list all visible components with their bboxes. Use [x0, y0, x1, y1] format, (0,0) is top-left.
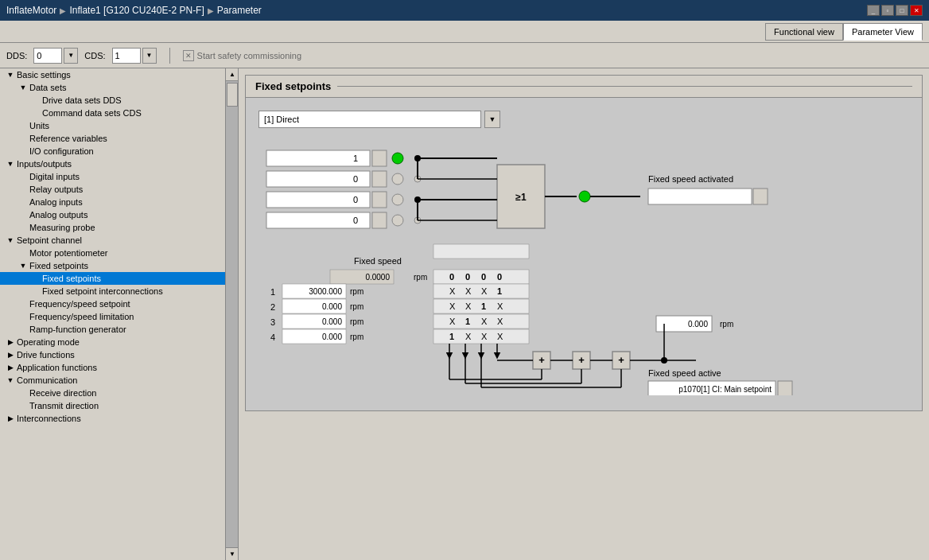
sidebar-item-analog-outputs[interactable]: Analog outputs — [0, 208, 238, 221]
scroll-thumb[interactable] — [227, 83, 238, 107]
selector-dropdown-button[interactable]: ▼ — [484, 111, 500, 128]
sidebar-item-relay-outputs[interactable]: Relay outputs — [0, 183, 238, 196]
panel-title: Fixed setpoints — [246, 76, 922, 98]
svg-text:1: 1 — [497, 286, 502, 296]
sidebar-item-label-transmit-direction: Transmit direction — [29, 401, 99, 410]
sidebar-item-io-configuration[interactable]: I/O configuration — [0, 145, 238, 158]
svg-text:0: 0 — [353, 195, 358, 204]
tree-toggle-operating-mode[interactable]: ▶ — [6, 338, 14, 346]
safety-commissioning-button[interactable]: ✕ Start safety commissioning — [183, 50, 301, 61]
svg-point-15 — [392, 194, 403, 205]
tree-toggle-communication[interactable]: ▼ — [6, 376, 14, 384]
sidebar-item-ramp-function-generator[interactable]: Ramp-function generator — [0, 323, 238, 336]
svg-text:Fixed speed active: Fixed speed active — [648, 368, 721, 378]
svg-point-14 — [392, 173, 403, 185]
sidebar-item-data-sets[interactable]: ▼Data sets — [0, 81, 238, 94]
svg-text:0: 0 — [481, 272, 486, 282]
sidebar-item-frequency-speed-limitation[interactable]: Frequency/speed limitation — [0, 310, 238, 323]
sidebar-item-application-functions[interactable]: ▶Application functions — [0, 361, 238, 374]
tree-toggle-interconnections[interactable]: ▶ — [6, 414, 14, 422]
sidebar-item-label-reference-variables: Reference variables — [29, 134, 107, 143]
svg-rect-3 — [372, 150, 387, 166]
top-toolbar: Functional view Parameter View — [0, 21, 929, 43]
direct-selector-field[interactable] — [258, 111, 481, 128]
sidebar-item-label-motor-potentiometer: Motor potentiometer — [29, 248, 107, 258]
svg-text:X: X — [497, 301, 503, 311]
svg-rect-6 — [372, 171, 387, 187]
sidebar-item-command-data-sets[interactable]: Command data sets CDS — [0, 107, 238, 119]
svg-text:1: 1 — [465, 317, 470, 326]
sidebar-item-transmit-direction[interactable]: Transmit direction — [0, 399, 238, 412]
sidebar-item-setpoint-channel[interactable]: ▼Setpoint channel — [0, 234, 238, 247]
svg-text:+: + — [578, 354, 585, 366]
title-part2: Inflate1 [G120 CU240E-2 PN-F] — [69, 5, 204, 16]
sidebar-item-label-frequency-speed-limitation: Frequency/speed limitation — [29, 312, 134, 321]
tree-toggle-inputs-outputs[interactable]: ▼ — [6, 160, 14, 168]
scroll-up-button[interactable]: ▲ — [226, 68, 239, 81]
restore-button[interactable]: ▫ — [881, 5, 894, 16]
sidebar-item-fixed-setpoints-group[interactable]: ▼Fixed setpoints — [0, 259, 238, 272]
svg-text:Fixed speed: Fixed speed — [354, 256, 402, 266]
window-controls: _ ▫ □ ✕ — [867, 5, 923, 16]
cds-dropdown-button[interactable]: ▼ — [142, 48, 157, 64]
svg-text:rpm: rpm — [350, 317, 363, 326]
svg-point-16 — [392, 215, 403, 226]
svg-text:X: X — [481, 332, 488, 341]
sidebar-item-basic-settings[interactable]: ▼Basic settings — [0, 68, 238, 81]
parameter-view-button[interactable]: Parameter View — [843, 23, 923, 41]
svg-rect-9 — [372, 192, 387, 208]
scroll-down-button[interactable]: ▼ — [226, 547, 239, 560]
dds-bar: DDS: ▼ CDS: ▼ ✕ Start safety commissioni… — [0, 43, 929, 68]
sidebar-item-drive-data-sets[interactable]: Drive data sets DDS — [0, 94, 238, 107]
sidebar-item-receive-direction[interactable]: Receive direction — [0, 387, 238, 399]
sidebar-item-measuring-probe[interactable]: Measuring probe — [0, 221, 238, 234]
sidebar-item-communication[interactable]: ▼Communication — [0, 374, 238, 387]
sidebar-item-operating-mode[interactable]: ▶Operating mode — [0, 336, 238, 348]
tree-toggle-fixed-setpoints-group[interactable]: ▼ — [19, 262, 27, 270]
svg-text:3000.000: 3000.000 — [309, 287, 342, 296]
svg-point-30 — [579, 191, 590, 202]
sidebar-item-analog-inputs[interactable]: Analog inputs — [0, 196, 238, 208]
dds-dropdown-button[interactable]: ▼ — [64, 48, 78, 64]
svg-text:rpm: rpm — [350, 287, 363, 296]
svg-text:1: 1 — [270, 287, 275, 297]
svg-text:0.000: 0.000 — [322, 317, 342, 326]
dds-field[interactable] — [33, 48, 62, 64]
sidebar-item-reference-variables[interactable]: Reference variables — [0, 132, 238, 145]
cds-field[interactable] — [112, 48, 141, 64]
tree-toggle-data-sets[interactable]: ▼ — [19, 84, 27, 91]
sidebar-item-frequency-speed-setpoint[interactable]: Frequency/speed setpoint — [0, 298, 238, 310]
svg-text:4: 4 — [270, 332, 275, 342]
sidebar-item-interconnections[interactable]: ▶Interconnections — [0, 412, 238, 425]
sidebar-item-motor-potentiometer[interactable]: Motor potentiometer — [0, 247, 238, 259]
sidebar-item-label-digital-inputs: Digital inputs — [29, 172, 80, 181]
sidebar-scrollbar[interactable]: ▲ ▼ — [225, 68, 238, 560]
sidebar-item-label-drive-data-sets: Drive data sets DDS — [42, 95, 122, 105]
close-button[interactable]: ✕ — [910, 5, 923, 16]
fixed-setpoints-diagram: 1 0 0 0 — [258, 141, 879, 395]
svg-text:0: 0 — [497, 272, 502, 282]
sidebar-item-label-fixed-setpoint-interconnections: Fixed setpoint interconnections — [42, 286, 163, 296]
maximize-button[interactable]: □ — [896, 5, 908, 16]
tree-toggle-drive-functions[interactable]: ▶ — [6, 351, 14, 359]
sidebar-item-fixed-setpoint-interconnections[interactable]: Fixed setpoint interconnections — [0, 285, 238, 298]
svg-text:rpm: rpm — [720, 320, 733, 329]
safety-label: Start safety commissioning — [197, 51, 301, 60]
sidebar-item-units[interactable]: Units — [0, 119, 238, 132]
svg-rect-34 — [753, 189, 768, 204]
tree-toggle-basic-settings[interactable]: ▼ — [6, 71, 14, 79]
svg-text:0: 0 — [353, 216, 358, 225]
minimize-button[interactable]: _ — [867, 5, 880, 16]
svg-text:X: X — [465, 332, 472, 341]
tree-toggle-application-functions[interactable]: ▶ — [6, 364, 14, 371]
sidebar-item-label-operating-mode: Operating mode — [17, 337, 80, 347]
sidebar-item-drive-functions[interactable]: ▶Drive functions — [0, 348, 238, 361]
sidebar-item-fixed-setpoints[interactable]: Fixed setpoints — [0, 272, 238, 285]
title-part1: InflateMotor — [6, 5, 56, 16]
svg-text:0.000: 0.000 — [688, 320, 708, 329]
sidebar-item-digital-inputs[interactable]: Digital inputs — [0, 170, 238, 183]
sidebar-item-inputs-outputs[interactable]: ▼Inputs/outputs — [0, 158, 238, 170]
svg-text:0.000: 0.000 — [322, 302, 342, 311]
tree-toggle-setpoint-channel[interactable]: ▼ — [6, 236, 14, 244]
functional-view-button[interactable]: Functional view — [765, 23, 843, 41]
